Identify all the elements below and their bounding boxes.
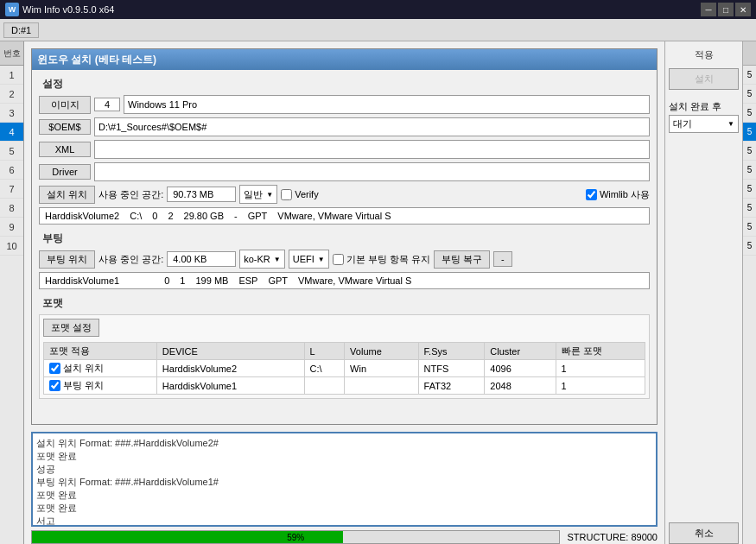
install-button[interactable]: 설치 — [669, 68, 739, 90]
col-device: DEVICE — [156, 343, 304, 360]
window-title: Wim Info v0.9.5.0 x64 — [22, 4, 701, 15]
image-number-input[interactable] — [94, 98, 120, 111]
format-section: 포맷 포맷 설정 포맷 적용 DEVICE L Volume F.Sys — [39, 296, 650, 399]
row-7: 7 — [0, 180, 23, 199]
row-5: 5 — [0, 142, 23, 161]
col-volume: Volume — [345, 343, 419, 360]
log-content: 설치 위치 Format: ###.#HarddiskVolume2# 포맷 완… — [36, 437, 652, 527]
row-2: 2 — [0, 85, 23, 104]
progress-row: 59% STRUCTURE: 89000 — [24, 527, 664, 544]
after-install-select[interactable]: 대기 — [669, 115, 739, 133]
boot-location-row: 부팅 위치 사용 중인 공간: 4.00 KB ko-KR UEFI 기본 부팅… — [39, 250, 650, 269]
boot-space-label: 사용 중인 공간: — [98, 253, 163, 266]
row-number-panel: 번호 1 2 3 4 5 6 7 8 9 10 — [0, 41, 24, 544]
boot-header: 부팅 — [39, 231, 650, 246]
rn-1: 5 — [743, 66, 756, 85]
format-row-boot: 부팅 위치 HarddiskVolume1 FAT32 2048 1 — [44, 377, 645, 395]
oem-row: $OEM$ — [39, 117, 650, 136]
rn-10: 5 — [743, 237, 756, 256]
wimlib-check: Wimlib 사용 — [586, 188, 650, 201]
row-8: 8 — [0, 199, 23, 218]
toolbar-drive-btn[interactable]: D:#1 — [3, 22, 39, 38]
col-cluster: Cluster — [485, 343, 556, 360]
xml-input[interactable] — [94, 140, 650, 159]
cancel-button[interactable]: 취소 — [669, 522, 739, 544]
log-line-1: 설치 위치 Format: ###.#HarddiskVolume2# — [36, 437, 652, 450]
row-3: 3 — [0, 104, 23, 123]
col-apply: 포맷 적용 — [44, 343, 157, 360]
right-panel: 적용 설치 설치 완료 후 대기 취소 — [664, 41, 742, 544]
image-label-btn[interactable]: 이미지 — [39, 96, 91, 114]
format-install-check[interactable]: 설치 위치 — [44, 360, 157, 377]
log-big-label: 포맷 — [609, 432, 644, 434]
boot-disk-row[interactable]: HarddiskVolume1 0 1 199 MB ESP GPT VMwar… — [39, 272, 650, 289]
log-line-2: 포맷 완료 — [36, 450, 652, 463]
image-name-input[interactable] — [124, 95, 650, 114]
apply-label: 적용 — [669, 45, 739, 65]
log-line-6: 포맷 완료 — [36, 502, 652, 515]
after-install-label: 설치 완료 후 — [669, 100, 739, 113]
driver-row: Driver — [39, 162, 650, 181]
general-dropdown[interactable]: 일반 — [239, 185, 277, 204]
setup-disk-row[interactable]: HarddiskVolume2 C:\ 0 2 29.80 GB - GPT V… — [39, 207, 650, 225]
log-line-3: 성공 — [36, 463, 652, 476]
image-row: 이미지 — [39, 95, 650, 114]
xml-label-btn[interactable]: XML — [39, 142, 91, 157]
format-table: 포맷 적용 DEVICE L Volume F.Sys Cluster 빠른 포… — [43, 342, 645, 395]
dialog-content: 설정 이미지 $OEM$ XML — [32, 70, 657, 413]
format-boot-check[interactable]: 부팅 위치 — [44, 377, 157, 395]
row-4[interactable]: 4 — [0, 123, 23, 142]
driver-input[interactable] — [94, 162, 650, 181]
space-value: 90.73 MB — [167, 187, 236, 202]
setup-section: 설정 이미지 $OEM$ XML — [39, 77, 650, 225]
verify-checkbox[interactable] — [281, 189, 292, 200]
format-settings-btn[interactable]: 포맷 설정 — [43, 319, 99, 337]
col-quick: 빠른 포맷 — [556, 343, 645, 360]
space-label: 사용 중인 공간: — [98, 188, 163, 201]
rn-4: 5 — [743, 123, 756, 142]
maximize-button[interactable]: □ — [718, 3, 734, 16]
row-1: 1 — [0, 66, 23, 85]
install-location-row: 설치 위치 사용 중인 공간: 90.73 MB 일반 Verify Wiml — [39, 185, 650, 204]
oem-input[interactable] — [94, 117, 650, 136]
setup-header: 설정 — [39, 77, 650, 92]
row-6: 6 — [0, 161, 23, 180]
rn-3: 5 — [743, 104, 756, 123]
rn-5: 5 — [743, 142, 756, 161]
log-line-7: 서고 — [36, 515, 652, 527]
driver-label-btn[interactable]: Driver — [39, 164, 91, 180]
xml-row: XML — [39, 140, 650, 159]
keep-boot-checkbox[interactable] — [333, 254, 344, 265]
oem-label-btn[interactable]: $OEM$ — [39, 119, 91, 135]
log-area: 설치 위치 Format: ###.#HarddiskVolume2# 포맷 완… — [31, 432, 658, 527]
locale-dropdown[interactable]: ko-KR — [239, 250, 284, 269]
format-row-install: 설치 위치 HarddiskVolume2 C:\ Win NTFS 4096 … — [44, 360, 645, 377]
row-9: 9 — [0, 218, 23, 237]
main-toolbar: D:#1 — [0, 19, 756, 41]
boot-recovery-btn[interactable]: 부팅 복구 — [434, 250, 490, 269]
center-area: 윈도우 설치 (베타 테스트) 설정 이미지 $OEM$ — [24, 41, 664, 544]
wimlib-checkbox[interactable] — [586, 189, 597, 200]
progress-percent: 59% — [32, 531, 559, 543]
progress-bar-container: 59% — [31, 530, 560, 544]
rn-6: 5 — [743, 161, 756, 180]
boot-minus-btn[interactable]: - — [493, 251, 512, 267]
close-button[interactable]: ✕ — [735, 3, 751, 16]
rn-9: 5 — [743, 218, 756, 237]
verify-check: Verify — [281, 189, 319, 200]
main-layout: 번호 1 2 3 4 5 6 7 8 9 10 윈도우 설치 (베타 테스트) … — [0, 41, 756, 544]
log-line-4: 부팅 위치 Format: ###.#HarddiskVolume1# — [36, 476, 652, 489]
progress-status: STRUCTURE: 89000 — [567, 532, 658, 542]
app-icon: W — [5, 3, 19, 16]
dialog-title: 윈도우 설치 (베타 테스트) — [37, 53, 156, 67]
dialog-title-bar: 윈도우 설치 (베타 테스트) — [32, 49, 657, 70]
minimize-button[interactable]: ─ — [701, 3, 716, 16]
rn-2: 5 — [743, 85, 756, 104]
right-numbers-panel: 5 5 5 5 5 5 5 5 5 5 — [742, 41, 756, 544]
col-fsys: F.Sys — [418, 343, 485, 360]
install-location-btn[interactable]: 설치 위치 — [39, 186, 95, 204]
boot-location-btn[interactable]: 부팅 위치 — [39, 250, 95, 269]
row-10: 10 — [0, 237, 23, 256]
uefi-dropdown[interactable]: UEFI — [289, 250, 329, 269]
format-content: 포맷 설정 포맷 적용 DEVICE L Volume F.Sys Cluste… — [39, 314, 650, 399]
